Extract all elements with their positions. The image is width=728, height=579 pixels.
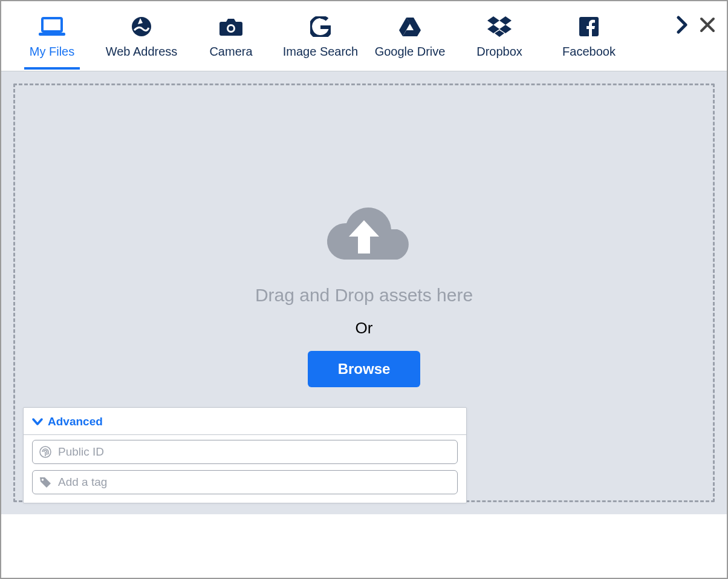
facebook-icon bbox=[579, 15, 599, 39]
tab-label: My Files bbox=[30, 45, 74, 59]
drop-zone-text: Drag and Drop assets here bbox=[255, 285, 473, 306]
advanced-panel: Advanced bbox=[23, 407, 467, 503]
svg-point-7 bbox=[42, 479, 44, 481]
laptop-icon bbox=[39, 15, 65, 39]
tab-label: Web Address bbox=[106, 45, 178, 59]
cloud-upload-icon bbox=[313, 199, 415, 272]
chevron-right-icon[interactable] bbox=[676, 16, 688, 34]
svg-rect-0 bbox=[42, 18, 62, 31]
fingerprint-icon bbox=[39, 445, 52, 459]
svg-point-4 bbox=[229, 26, 233, 31]
dropbox-icon bbox=[487, 15, 512, 39]
tab-web-address[interactable]: Web Address bbox=[97, 12, 186, 59]
globe-icon bbox=[131, 15, 152, 39]
tab-image-search[interactable]: Image Search bbox=[276, 12, 365, 59]
tab-facebook[interactable]: Facebook bbox=[544, 12, 634, 59]
public-id-field-wrap bbox=[32, 440, 458, 464]
advanced-body bbox=[24, 435, 466, 503]
tabs-scroll: My Files Web Address Camera Image Search bbox=[7, 12, 721, 59]
tabs-right-controls bbox=[676, 16, 716, 34]
tag-icon bbox=[39, 476, 52, 489]
drop-zone-or: Or bbox=[356, 319, 373, 338]
tab-label: Google Drive bbox=[375, 45, 446, 59]
camera-icon bbox=[219, 15, 243, 39]
tab-label: Camera bbox=[209, 45, 252, 59]
source-tabs-bar: My Files Web Address Camera Image Search bbox=[1, 1, 727, 71]
browse-button[interactable]: Browse bbox=[308, 351, 421, 387]
tab-my-files[interactable]: My Files bbox=[7, 12, 97, 59]
upload-panel: Drag and Drop assets here Or Browse Adva… bbox=[1, 71, 727, 514]
google-g-icon bbox=[310, 15, 331, 39]
tab-google-drive[interactable]: Google Drive bbox=[365, 12, 455, 59]
chevron-down-icon bbox=[32, 417, 43, 426]
tab-label: Facebook bbox=[562, 45, 616, 59]
google-drive-icon bbox=[398, 15, 421, 39]
svg-point-2 bbox=[132, 17, 151, 36]
advanced-title: Advanced bbox=[48, 415, 103, 428]
tag-field-wrap bbox=[32, 470, 458, 494]
footer-area bbox=[1, 514, 727, 578]
close-icon[interactable] bbox=[699, 16, 716, 33]
tab-label: Image Search bbox=[283, 45, 359, 59]
advanced-toggle[interactable]: Advanced bbox=[24, 408, 466, 435]
svg-rect-1 bbox=[39, 33, 65, 36]
tab-label: Dropbox bbox=[476, 45, 522, 59]
public-id-input[interactable] bbox=[58, 445, 451, 459]
tag-input[interactable] bbox=[58, 476, 451, 489]
tab-dropbox[interactable]: Dropbox bbox=[455, 12, 544, 59]
tab-camera[interactable]: Camera bbox=[186, 12, 276, 59]
